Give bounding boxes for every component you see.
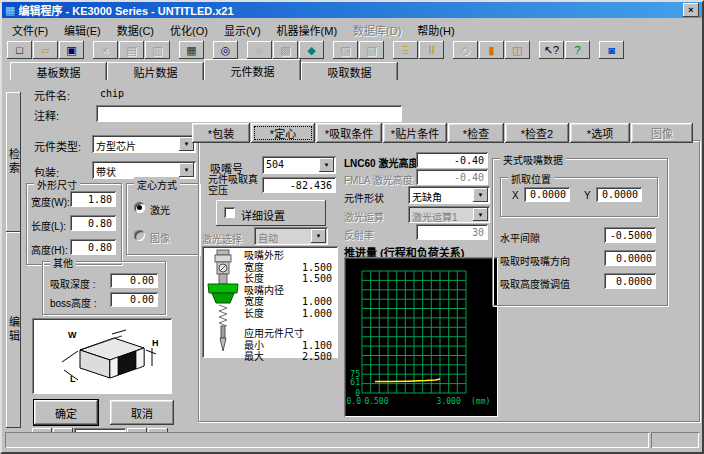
subtab-options[interactable]: *选项 — [570, 123, 630, 143]
chevron-down-icon: ▼ — [311, 229, 326, 243]
fmla-laser-height-input — [416, 169, 488, 185]
pickup-direction-input[interactable] — [604, 250, 656, 266]
grab-x-label: X — [512, 190, 519, 201]
chevron-down-icon[interactable]: ▼ — [473, 188, 488, 202]
thrust-load-graph: 756100.00.5003.000(mm) — [344, 257, 498, 417]
close-button[interactable]: × — [683, 3, 699, 17]
horizontal-gap-input[interactable] — [604, 227, 656, 243]
toolbar-group: ΞII — [393, 41, 444, 59]
open-file-icon[interactable]: ▱ — [33, 41, 58, 59]
svg-text:61: 61 — [350, 378, 360, 387]
subtab-check[interactable]: *检查 — [448, 123, 504, 143]
part-type-select[interactable]: 方型芯片 ▼ — [92, 135, 196, 153]
comment-input[interactable] — [96, 105, 402, 122]
subtab-placement-condition[interactable]: *贴片条件 — [383, 123, 447, 143]
chevron-down-icon[interactable]: ▼ — [179, 163, 194, 177]
part-shape-value: 无缺角 — [412, 189, 473, 204]
door-out-icon[interactable]: ◫ — [505, 41, 530, 59]
laser-radio[interactable] — [134, 202, 145, 213]
toolbar-group: ↖?? — [539, 41, 590, 59]
boss-height-input[interactable] — [110, 292, 158, 307]
new-file-icon[interactable]: □ — [7, 41, 32, 59]
menu-item-file[interactable]: 文件(F) — [4, 20, 56, 40]
detail-settings-checkbox[interactable] — [224, 207, 235, 218]
subtab-pickup-condition[interactable]: *吸取条件 — [316, 123, 382, 143]
side-tab-edit[interactable]: 编辑 — [6, 232, 21, 428]
boss-height-label: boss高度 : — [50, 295, 97, 310]
nozzle-inner-title: 吸嘴内径 — [244, 285, 332, 297]
svg-text:0.0: 0.0 — [347, 397, 362, 406]
height-finetune-label: 吸取高度微调值 — [500, 276, 570, 291]
menu-item-edit[interactable]: 编辑(E) — [56, 20, 109, 40]
subtab-check2[interactable]: *检查2 — [505, 123, 569, 143]
vacuum-input[interactable] — [262, 177, 336, 193]
app-icon: ▦ — [5, 5, 15, 16]
length-input[interactable] — [70, 215, 116, 231]
grab-y-input[interactable] — [596, 187, 642, 202]
width-input[interactable] — [70, 191, 116, 207]
laser-calc-dropdown: 激光运算1 ▼ — [408, 206, 490, 223]
print-icon[interactable]: ▦ — [179, 41, 204, 59]
svg-text:3.000: 3.000 — [437, 397, 461, 406]
menu-item-data[interactable]: 数据(C) — [109, 20, 162, 40]
hand-tool-icon: ◇ — [453, 41, 478, 59]
chip-diagram: W H L — [34, 320, 170, 392]
cancel-button[interactable]: 取消 — [110, 400, 174, 425]
height-finetune-input[interactable] — [604, 273, 656, 289]
grab-y-label: Y — [584, 190, 591, 201]
menu-item-machine-operation[interactable]: 机器操作(M) — [269, 20, 346, 40]
clamp-nozzle-title: 夹式吸嘴数据 — [500, 152, 566, 167]
lnc60-laser-height-input[interactable] — [416, 152, 488, 168]
nozzle-no-value: 504 — [266, 159, 319, 170]
max-size-value: 2.500 — [302, 351, 332, 363]
grab-x-input[interactable] — [524, 187, 570, 202]
tab-component-data[interactable]: 元件数据 — [204, 59, 301, 80]
exit-icon[interactable]: ◙ — [599, 41, 624, 59]
tab-board-data[interactable]: 基板数据 — [10, 62, 107, 80]
nozzle-info-text: 吸嘴外形 宽度1.500 长度1.500 吸嘴内径 宽度1.000 长度1.00… — [244, 250, 332, 363]
laser-calc-value: 激光运算1 — [412, 209, 473, 224]
pick-depth-input[interactable] — [110, 273, 158, 288]
ok-button[interactable]: 确定 — [34, 400, 98, 425]
subtab-package[interactable]: *包装 — [192, 123, 250, 143]
toolbar-group: ×▤▥ — [93, 41, 170, 59]
menu-item-optimize[interactable]: 优化(O) — [162, 20, 216, 40]
image-radio — [134, 230, 145, 241]
menu-item-help[interactable]: 帮助(H) — [409, 20, 462, 40]
chevron-down-icon: ▼ — [473, 208, 488, 221]
height-input[interactable] — [70, 239, 116, 255]
titlebar: ▦ 编辑程序 - KE3000 Series - UNTITLED.x21 × — [2, 2, 702, 18]
lnc60-laser-height-label: LNC60 激光高度 — [344, 155, 418, 170]
chevron-down-icon[interactable]: ▼ — [319, 158, 334, 172]
pickup-direction-label: 吸取时吸嘴方向 — [500, 253, 570, 268]
inner-width-label: 宽度 — [244, 296, 264, 308]
tab-placement-data[interactable]: 贴片数据 — [107, 62, 204, 80]
status-cell-right — [651, 432, 699, 448]
menu-item-database: 数据库(D) — [345, 20, 409, 40]
subtab-centering[interactable]: *定心 — [251, 123, 315, 143]
nozzle-no-select[interactable]: 504 ▼ — [262, 156, 336, 174]
horizontal-gap-label: 水平间隙 — [500, 230, 540, 245]
door-in-icon[interactable]: ▮ — [479, 41, 504, 59]
side-tab-search[interactable]: 检索 — [6, 92, 21, 232]
tool-b-icon: ▧ — [359, 41, 384, 59]
head-tool-2-icon[interactable]: II — [419, 41, 444, 59]
optimize-run-icon[interactable]: ☼ — [247, 41, 272, 59]
tab-pickup-data[interactable]: 吸取数据 — [301, 62, 398, 80]
save-file-icon[interactable]: ▣ — [59, 41, 84, 59]
head-tool-1-icon[interactable]: Ξ — [393, 41, 418, 59]
inner-length-label: 长度 — [244, 308, 264, 320]
analysis-icon[interactable]: ◆ — [299, 41, 324, 59]
context-help-icon[interactable]: ↖? — [539, 41, 564, 59]
find-icon[interactable]: ◎ — [213, 41, 238, 59]
toolbar-group: ☼▩◆ — [247, 41, 324, 59]
min-size-label: 最小 — [244, 340, 264, 352]
nozzle-length-label: 长度 — [244, 273, 264, 285]
cut-icon: × — [93, 41, 118, 59]
nozzle-width-label: 宽度 — [244, 262, 264, 274]
help-icon[interactable]: ? — [565, 41, 590, 59]
part-shape-select[interactable]: 无缺角 ▼ — [408, 186, 490, 204]
menu-item-view[interactable]: 显示(V) — [216, 20, 269, 40]
svg-text:H: H — [152, 338, 159, 348]
toolbar-group: ◙ — [599, 41, 624, 59]
